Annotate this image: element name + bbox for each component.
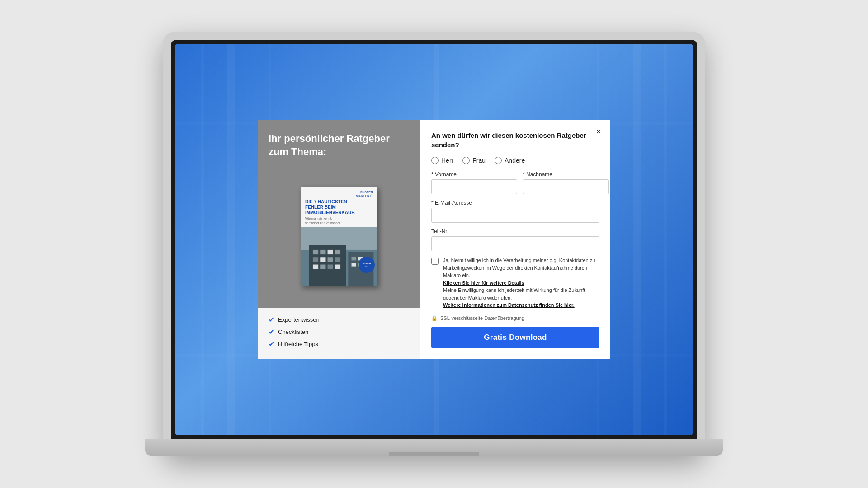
screen-content: Ihr persönlicher Ratgeber zum Thema: MUS… — [175, 44, 693, 435]
guide-title: Ihr persönlicher Ratgeber zum Thema: — [269, 132, 410, 158]
svg-rect-9 — [328, 257, 333, 262]
vorname-input[interactable] — [431, 179, 517, 194]
form-heading: An wen dürfen wir diesen kostenlosen Rat… — [431, 131, 599, 150]
nachname-label: * Nachname — [523, 171, 609, 178]
laptop-base — [145, 439, 723, 456]
feature-item-1: ✔ Expertenwissen — [269, 315, 410, 324]
feature-label-2: Checklisten — [278, 328, 308, 335]
svg-rect-3 — [313, 250, 318, 254]
check-icon-2: ✔ — [269, 328, 274, 336]
radio-input-andere[interactable] — [495, 157, 502, 164]
laptop-screen: Ihr persönlicher Ratgeber zum Thema: MUS… — [175, 44, 693, 435]
svg-rect-8 — [320, 257, 326, 262]
svg-rect-6 — [335, 250, 340, 254]
svg-rect-10 — [335, 257, 340, 262]
radio-herr[interactable]: Herr — [431, 157, 453, 164]
radio-frau[interactable]: Frau — [462, 157, 486, 164]
svg-rect-7 — [313, 257, 318, 262]
book-area: MUSTERMAKLER ⬡ DIE 7 HÄUFIGSTENFEHLER BE… — [258, 165, 420, 308]
feature-list: ✔ Expertenwissen ✔ Checklisten ✔ Hilfrei… — [269, 315, 410, 348]
consent-area: Ja, hiermit willige ich in die Verarbeit… — [431, 257, 599, 309]
right-panel: × An wen dürfen wir diesen kostenlosen R… — [420, 120, 610, 359]
modal-container: Ihr persönlicher Ratgeber zum Thema: MUS… — [258, 120, 610, 359]
nachname-input[interactable] — [523, 179, 609, 194]
book-logo: MUSTERMAKLER ⬡ — [305, 191, 373, 197]
feature-label-1: Expertenwissen — [278, 316, 320, 323]
radio-herr-label: Herr — [441, 157, 453, 164]
name-row: * Vorname * Nachname — [431, 171, 599, 194]
lock-icon: 🔒 — [431, 315, 438, 321]
features-section: ✔ Expertenwissen ✔ Checklisten ✔ Hilfrei… — [258, 308, 420, 359]
book-image: Einfachso — [301, 227, 377, 286]
svg-rect-14 — [335, 264, 340, 269]
book-badge: Einfachso — [359, 257, 375, 273]
laptop-shell: Ihr persönlicher Ratgeber zum Thema: MUS… — [163, 32, 705, 456]
nachname-group: * Nachname — [523, 171, 609, 194]
check-icon-3: ✔ — [269, 340, 274, 348]
email-input[interactable] — [431, 208, 599, 223]
tel-group: Tel.-Nr. — [431, 228, 599, 251]
book-headline: DIE 7 HÄUFIGSTENFEHLER BEIMIMMOBILIENVER… — [305, 199, 373, 216]
consent-checkbox[interactable] — [431, 258, 439, 265]
book-cover-top: MUSTERMAKLER ⬡ DIE 7 HÄUFIGSTENFEHLER BE… — [301, 187, 377, 227]
ssl-text: SSL-verschlüsselte Datenübertragung — [440, 315, 524, 321]
svg-rect-5 — [328, 250, 333, 254]
svg-rect-13 — [328, 264, 333, 269]
laptop-notch — [389, 452, 479, 456]
screen-bezel: Ihr persönlicher Ratgeber zum Thema: MUS… — [171, 40, 697, 439]
book-badge-text: Einfachso — [363, 262, 371, 267]
book-subtext: Wie man sie kennt,vermeidet und vermeide… — [305, 216, 373, 225]
vorname-label: * Vorname — [431, 171, 517, 178]
consent-main-text: Ja, hiermit willige ich in die Verarbeit… — [443, 258, 595, 278]
book-cover: MUSTERMAKLER ⬡ DIE 7 HÄUFIGSTENFEHLER BE… — [301, 187, 377, 286]
consent-text-block: Ja, hiermit willige ich in die Verarbeit… — [443, 257, 599, 309]
close-button[interactable]: × — [592, 125, 605, 138]
svg-rect-4 — [320, 250, 326, 254]
revoke-text: Meine Einwilligung kann ich jederzeit mi… — [443, 287, 585, 300]
feature-item-2: ✔ Checklisten — [269, 328, 410, 336]
svg-rect-11 — [313, 264, 318, 269]
email-label: * E-Mail-Adresse — [431, 200, 599, 206]
radio-andere-label: Andere — [505, 157, 525, 164]
radio-andere[interactable]: Andere — [495, 157, 525, 164]
email-group: * E-Mail-Adresse — [431, 200, 599, 223]
logo-text: MUSTERMAKLER ⬡ — [356, 191, 373, 197]
left-panel-header: Ihr persönlicher Ratgeber zum Thema: — [258, 120, 420, 165]
svg-rect-12 — [320, 264, 326, 269]
vorname-group: * Vorname — [431, 171, 517, 194]
radio-input-frau[interactable] — [462, 157, 470, 164]
ssl-notice: 🔒 SSL-verschlüsselte Datenübertragung — [431, 315, 599, 321]
download-button[interactable]: Gratis Download — [431, 327, 599, 348]
svg-rect-16 — [352, 257, 356, 260]
svg-rect-19 — [352, 263, 356, 266]
feature-label-3: Hilfreiche Tipps — [278, 341, 318, 347]
salutation-group: Herr Frau Andere — [431, 157, 599, 164]
feature-item-3: ✔ Hilfreiche Tipps — [269, 340, 410, 348]
radio-frau-label: Frau — [472, 157, 486, 164]
tel-input[interactable] — [431, 236, 599, 251]
check-icon-1: ✔ — [269, 315, 274, 324]
tel-label: Tel.-Nr. — [431, 228, 599, 235]
consent-label[interactable]: Ja, hiermit willige ich in die Verarbeit… — [431, 257, 599, 309]
left-panel: Ihr persönlicher Ratgeber zum Thema: MUS… — [258, 120, 420, 359]
radio-input-herr[interactable] — [431, 157, 439, 164]
consent-details-link[interactable]: Klicken Sie hier für weitere Details — [443, 280, 524, 286]
datenschutz-link[interactable]: Weitere Informationen zum Datenschutz fi… — [443, 302, 575, 308]
